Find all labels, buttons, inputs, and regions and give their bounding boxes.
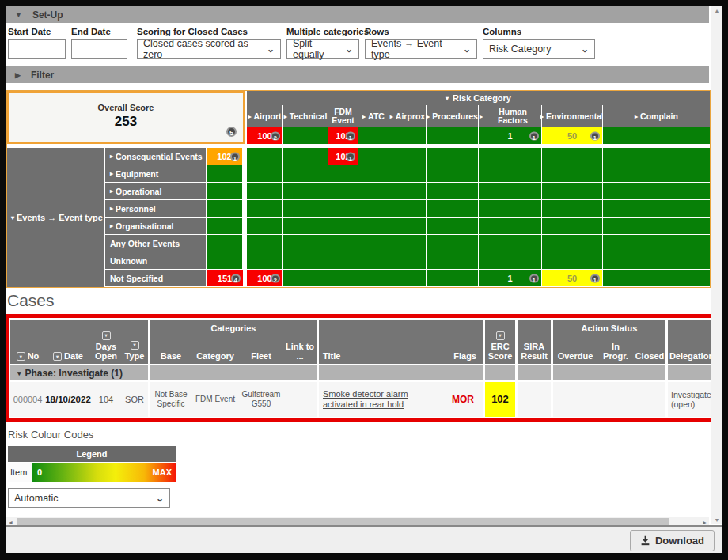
pivot-cell[interactable]: 1002 xyxy=(247,127,283,144)
pivot-cell[interactable] xyxy=(283,200,328,217)
pivot-cell[interactable] xyxy=(358,218,389,234)
pivot-cell[interactable] xyxy=(427,235,479,252)
sort-icon[interactable]: ▾ xyxy=(17,352,25,361)
pivot-column-header[interactable]: ▸Environmental xyxy=(542,105,603,127)
pivot-cell[interactable] xyxy=(542,148,603,165)
pivot-cell[interactable] xyxy=(328,165,358,182)
pivot-cell[interactable] xyxy=(328,252,358,269)
pivot-cell[interactable] xyxy=(328,270,358,286)
setup-section-header[interactable]: ▼ Set-Up xyxy=(6,6,709,23)
pivot-cell[interactable]: 1021 xyxy=(328,127,358,144)
sort-icon[interactable]: ▾ xyxy=(53,352,62,361)
pivot-column-header[interactable]: ▸ATC xyxy=(358,105,389,127)
expand-icon[interactable]: ▸ xyxy=(248,112,251,121)
pivot-cell[interactable]: 501 xyxy=(542,270,603,286)
pivot-cell[interactable] xyxy=(427,183,479,199)
pivot-cell[interactable] xyxy=(542,183,603,199)
scoring-select[interactable]: Closed cases scored as zero ⌄ xyxy=(137,39,281,59)
expand-icon[interactable]: ▸ xyxy=(110,187,113,195)
col-header-in-progr[interactable]: In Progr. xyxy=(597,342,634,361)
pivot-cell[interactable] xyxy=(542,165,603,182)
pivot-cell[interactable] xyxy=(427,165,479,182)
pivot-row-total[interactable]: 1514 xyxy=(206,270,243,286)
pivot-cell[interactable] xyxy=(427,148,479,165)
pivot-cell[interactable]: 11 xyxy=(479,127,542,144)
pivot-row-label[interactable]: ▸Operational xyxy=(105,183,206,199)
pivot-cell[interactable] xyxy=(247,218,283,234)
pivot-row-label[interactable]: Unknown xyxy=(105,252,206,269)
pivot-cell[interactable] xyxy=(389,200,427,217)
pivot-cell[interactable] xyxy=(603,218,710,234)
pivot-cell[interactable] xyxy=(358,148,389,165)
pivot-cell[interactable] xyxy=(603,183,710,199)
pivot-cell[interactable] xyxy=(542,200,603,217)
pivot-cell[interactable] xyxy=(603,252,710,269)
col-header-overdue[interactable]: Overdue xyxy=(553,351,597,361)
pivot-cell[interactable] xyxy=(283,235,328,252)
pivot-cell[interactable] xyxy=(247,235,283,252)
pivot-cell[interactable] xyxy=(283,270,328,286)
expand-icon[interactable]: ▸ xyxy=(540,112,544,121)
pivot-cell[interactable] xyxy=(427,270,479,286)
pivot-cell[interactable] xyxy=(358,127,389,144)
filter-section-header[interactable]: ▶ Filter xyxy=(6,66,709,83)
pivot-row-label[interactable]: Any Other Events xyxy=(105,235,206,252)
col-header-sira-result[interactable]: SIRA Result xyxy=(518,342,551,361)
multiple-categories-select[interactable]: Split equally ⌄ xyxy=(286,39,359,59)
pivot-row-total[interactable] xyxy=(206,218,243,234)
pivot-cell[interactable]: 1021 xyxy=(328,148,358,165)
phase-group-row[interactable] xyxy=(518,365,551,380)
col-header-category[interactable]: Category xyxy=(191,351,239,361)
pivot-cell[interactable] xyxy=(283,252,328,269)
pivot-row-total[interactable] xyxy=(206,235,243,252)
scroll-down-icon[interactable]: ▼ xyxy=(711,517,722,523)
pivot-cell[interactable] xyxy=(389,183,427,199)
expand-icon[interactable]: ▸ xyxy=(110,170,113,177)
pivot-cell[interactable] xyxy=(283,148,328,165)
case-row[interactable]: 000004 18/10/2022 104 SOR xyxy=(10,382,148,417)
col-header-link-to[interactable]: Link to ... xyxy=(283,342,317,361)
expand-icon[interactable]: ▸ xyxy=(480,112,483,121)
phase-group-row[interactable]: ▾ Phase: Investigate (1) xyxy=(10,365,148,380)
phase-group-row[interactable] xyxy=(668,365,715,380)
pivot-row-label[interactable]: ▸Personnel xyxy=(105,200,206,217)
pivot-column-header[interactable]: ▸Technical xyxy=(283,105,328,127)
pivot-cell[interactable] xyxy=(389,127,427,144)
pivot-cell[interactable] xyxy=(603,148,710,165)
pivot-cell[interactable] xyxy=(479,200,542,217)
download-button[interactable]: Download xyxy=(630,530,715,551)
col-header-fleet[interactable]: Fleet xyxy=(239,351,283,361)
col-header-delegation[interactable]: Delegation xyxy=(669,351,714,361)
case-row[interactable] xyxy=(553,382,665,417)
pivot-cell[interactable] xyxy=(603,165,710,182)
pivot-column-header[interactable]: FDM Event xyxy=(328,105,358,127)
vertical-scrollbar[interactable]: ▲ ▼ xyxy=(711,6,722,524)
pivot-cell[interactable] xyxy=(479,148,542,165)
pivot-cell[interactable] xyxy=(247,183,283,199)
column-group-header[interactable]: ▾ Risk Category xyxy=(247,91,710,105)
pivot-cell[interactable] xyxy=(389,270,427,286)
expand-icon[interactable]: ▸ xyxy=(362,112,366,121)
pivot-cell[interactable] xyxy=(603,270,710,286)
pivot-cell[interactable] xyxy=(389,165,427,182)
expand-icon[interactable]: ▸ xyxy=(635,112,638,121)
pivot-cell[interactable] xyxy=(542,218,603,234)
pivot-cell[interactable] xyxy=(247,200,283,217)
pivot-cell[interactable] xyxy=(358,252,389,269)
col-header-type[interactable]: ▾ Type xyxy=(121,341,148,361)
pivot-cell[interactable] xyxy=(328,235,358,252)
pivot-cell[interactable] xyxy=(542,252,603,269)
expand-icon[interactable]: ▸ xyxy=(110,153,113,160)
pivot-cell[interactable] xyxy=(283,165,328,182)
expand-icon[interactable]: ▸ xyxy=(284,112,287,121)
pivot-column-header[interactable]: ▸Airprox xyxy=(389,105,427,127)
col-header-title[interactable]: Title xyxy=(319,351,340,361)
pivot-cell[interactable] xyxy=(479,235,542,252)
pivot-row-label[interactable]: ▸Consequential Events xyxy=(105,148,206,165)
case-row[interactable] xyxy=(518,382,551,417)
pivot-cell[interactable] xyxy=(283,218,328,234)
expand-icon[interactable]: ▸ xyxy=(110,222,113,229)
sort-icon[interactable]: ▾ xyxy=(102,331,111,340)
pivot-cell[interactable] xyxy=(389,252,427,269)
row-group-header[interactable]: ▾ Events → Event type xyxy=(7,148,105,287)
